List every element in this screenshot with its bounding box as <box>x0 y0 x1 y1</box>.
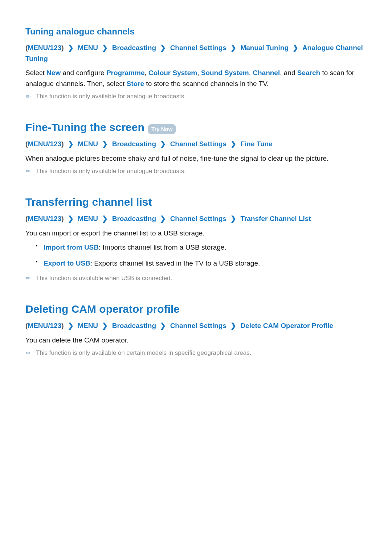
section-fine-tuning: Fine-Tuning the screen Try Now (MENU/123… <box>25 119 367 176</box>
breadcrumb: (MENU/123) ❯ MENU ❯ Broadcasting ❯ Chann… <box>25 42 367 64</box>
breadcrumb: (MENU/123) ❯ MENU ❯ Broadcasting ❯ Chann… <box>25 213 367 224</box>
note: ✎ This function is available when USB is… <box>25 274 367 283</box>
bc-menu[interactable]: MENU <box>78 44 98 52</box>
list-item: Export to USB: Exports channel list save… <box>36 258 367 268</box>
pencil-icon: ✎ <box>24 92 33 102</box>
note-text: This function is available when USB is c… <box>36 274 172 283</box>
term-new: New <box>46 69 61 77</box>
bc-menu123[interactable]: MENU/123 <box>28 215 61 222</box>
chevron-icon: ❯ <box>68 213 74 224</box>
note: ✎ This function is only available for an… <box>25 92 367 102</box>
bc-transfer-channel-list[interactable]: Transfer Channel List <box>240 215 311 222</box>
bc-menu123[interactable]: MENU/123 <box>28 140 61 148</box>
chevron-icon: ❯ <box>230 320 236 331</box>
term-sound-system: Sound System <box>201 69 249 77</box>
list-item: Import from USB: Imports channel list fr… <box>36 242 367 253</box>
chevron-icon: ❯ <box>160 320 166 331</box>
bc-broadcasting[interactable]: Broadcasting <box>112 322 156 329</box>
section-tuning-analogue: Tuning analogue channels (MENU/123) ❯ ME… <box>25 25 367 102</box>
heading-row: Fine-Tuning the screen Try Now <box>25 119 367 136</box>
paren-close: ) <box>61 322 64 329</box>
chevron-icon: ❯ <box>102 213 108 224</box>
note-text: This function is only available for anal… <box>36 92 186 101</box>
bc-menu[interactable]: MENU <box>78 322 98 329</box>
term-export-usb: Export to USB <box>44 259 90 267</box>
bc-menu123[interactable]: MENU/123 <box>28 322 61 329</box>
chevron-icon: ❯ <box>102 139 108 149</box>
section-delete-cam: Deleting CAM operator profile (MENU/123)… <box>25 301 367 358</box>
heading-delete-cam: Deleting CAM operator profile <box>25 301 367 318</box>
bc-broadcasting[interactable]: Broadcasting <box>112 44 156 52</box>
paragraph: You can import or export the channel lis… <box>25 228 367 238</box>
paragraph: You can delete the CAM operator. <box>25 335 367 345</box>
chevron-icon: ❯ <box>160 139 166 149</box>
breadcrumb: (MENU/123) ❯ MENU ❯ Broadcasting ❯ Chann… <box>25 320 367 331</box>
chevron-icon: ❯ <box>102 320 108 331</box>
bc-manual-tuning[interactable]: Manual Tuning <box>240 44 289 52</box>
paragraph: When analogue pictures become shaky and … <box>25 153 367 164</box>
bc-broadcasting[interactable]: Broadcasting <box>112 140 156 148</box>
note: ✎ This function is only available for an… <box>25 167 367 176</box>
heading-fine-tuning: Fine-Tuning the screen <box>25 121 144 133</box>
bc-broadcasting[interactable]: Broadcasting <box>112 215 156 222</box>
pencil-icon: ✎ <box>24 349 33 358</box>
chevron-icon: ❯ <box>68 42 74 53</box>
chevron-icon: ❯ <box>293 42 298 53</box>
pencil-icon: ✎ <box>24 167 33 177</box>
bc-fine-tune[interactable]: Fine Tune <box>240 140 272 148</box>
chevron-icon: ❯ <box>68 139 74 149</box>
term-colour-system: Colour System <box>148 69 197 77</box>
paren-close: ) <box>61 140 64 148</box>
bc-menu[interactable]: MENU <box>78 140 98 148</box>
chevron-icon: ❯ <box>102 42 108 53</box>
bc-channel-settings[interactable]: Channel Settings <box>170 44 226 52</box>
pencil-icon: ✎ <box>24 274 33 284</box>
note-text: This function is only available for anal… <box>36 167 186 176</box>
section-transfer-channel-list: Transferring channel list (MENU/123) ❯ M… <box>25 194 367 283</box>
paragraph: Select New and configure Programme, Colo… <box>25 67 367 89</box>
bc-delete-cam-operator-profile[interactable]: Delete CAM Operator Profile <box>240 322 333 329</box>
bc-channel-settings[interactable]: Channel Settings <box>170 322 226 329</box>
chevron-icon: ❯ <box>160 42 166 53</box>
bc-channel-settings[interactable]: Channel Settings <box>170 140 226 148</box>
breadcrumb: (MENU/123) ❯ MENU ❯ Broadcasting ❯ Chann… <box>25 139 367 149</box>
bc-channel-settings[interactable]: Channel Settings <box>170 215 226 222</box>
chevron-icon: ❯ <box>68 320 74 331</box>
bc-menu123[interactable]: MENU/123 <box>28 44 61 52</box>
try-now-badge[interactable]: Try Now <box>148 124 176 134</box>
bc-menu[interactable]: MENU <box>78 215 98 222</box>
heading-transfer-channel-list: Transferring channel list <box>25 194 367 211</box>
note-text: This function is only available on certa… <box>36 348 251 358</box>
heading-tuning-analogue: Tuning analogue channels <box>25 25 367 38</box>
bullet-list: Import from USB: Imports channel list fr… <box>25 242 367 268</box>
chevron-icon: ❯ <box>230 42 236 53</box>
term-programme: Programme <box>106 69 145 77</box>
paren-close: ) <box>61 44 64 52</box>
term-search: Search <box>297 69 320 77</box>
chevron-icon: ❯ <box>160 213 166 224</box>
term-import-usb: Import from USB <box>44 243 99 251</box>
chevron-icon: ❯ <box>230 139 236 149</box>
paren-close: ) <box>61 215 64 222</box>
note: ✎ This function is only available on cer… <box>25 348 367 358</box>
term-channel: Channel <box>253 69 280 77</box>
term-store: Store <box>127 80 144 87</box>
chevron-icon: ❯ <box>230 213 236 224</box>
